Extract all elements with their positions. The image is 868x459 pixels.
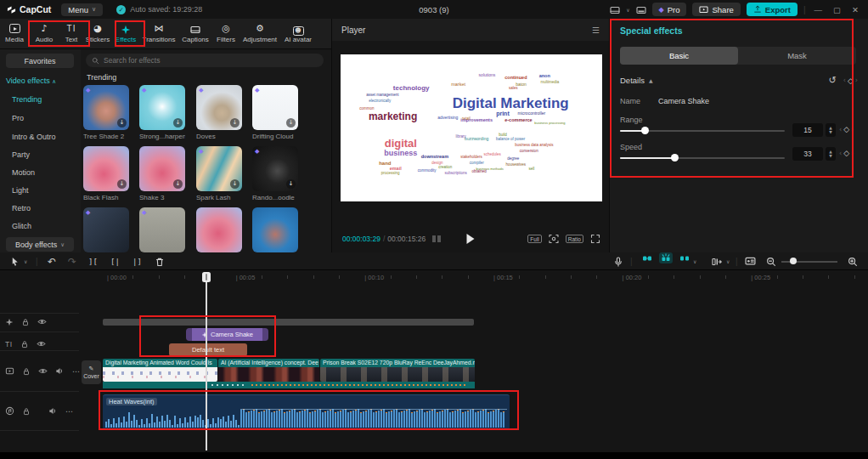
- keyframe-icon[interactable]: ◇: [848, 76, 854, 85]
- keyframe-control[interactable]: ‹ ◇ ›: [843, 76, 858, 85]
- effect-thumbnail[interactable]: ↓: [139, 146, 185, 191]
- download-icon[interactable]: ↓: [230, 118, 240, 128]
- download-icon[interactable]: ↓: [230, 179, 240, 189]
- more-icon[interactable]: ⋯: [65, 407, 73, 416]
- speed-stepper[interactable]: ▲▼: [826, 147, 836, 161]
- track-order-button[interactable]: [712, 252, 722, 270]
- toolbar-captions[interactable]: Captions: [178, 20, 212, 48]
- effect-card[interactable]: ◆: [139, 207, 185, 252]
- timeline-zoom-thumb[interactable]: [790, 258, 797, 264]
- select-tool-chevron-icon[interactable]: ∨: [24, 252, 27, 270]
- playhead-handle[interactable]: [202, 272, 211, 282]
- download-icon[interactable]: ↓: [173, 179, 183, 189]
- eye-icon[interactable]: [37, 339, 46, 348]
- toolbar-ai-avatar[interactable]: ☻ AI avatar: [280, 20, 316, 48]
- effect-clip-camera-shake[interactable]: Camera Shake: [186, 328, 268, 341]
- more-icon[interactable]: ⋯: [72, 367, 80, 376]
- zoom-out-button[interactable]: [766, 252, 776, 270]
- record-voiceover-button[interactable]: [613, 252, 623, 270]
- close-button[interactable]: ✕: [849, 5, 861, 14]
- effect-card-black-flash[interactable]: ↓ Black Flash: [83, 146, 129, 201]
- lock-icon[interactable]: [20, 340, 29, 348]
- tab-basic[interactable]: Basic: [620, 47, 738, 65]
- fullscreen-icon[interactable]: [590, 234, 600, 244]
- reset-icon[interactable]: ↺: [828, 75, 836, 86]
- next-keyframe-icon[interactable]: ›: [855, 76, 858, 84]
- range-keyframe-control[interactable]: ‹ ◇ ›: [839, 125, 854, 133]
- timeline[interactable]: | 00:00| 00:05| 00:10| 00:15| 00:20| 00:…: [0, 270, 868, 452]
- sidebar-item-trending[interactable]: Trending: [12, 95, 42, 104]
- cover-button[interactable]: ✎ Cover: [82, 360, 101, 384]
- delete-right-button[interactable]: |]: [132, 252, 142, 270]
- ratio-button[interactable]: Ratio: [566, 235, 583, 243]
- maximize-button[interactable]: ▢: [831, 5, 843, 14]
- layout-chevron-icon[interactable]: ∨: [626, 7, 629, 13]
- link-clips-toggle[interactable]: [640, 252, 654, 264]
- keyframe-icon[interactable]: ◇: [843, 125, 849, 133]
- keyframe-icon[interactable]: ◇: [843, 149, 849, 157]
- effect-card-tree-shade-2[interactable]: ◆ ↓ Tree Shade 2: [83, 85, 129, 140]
- tab-mask[interactable]: Mask: [738, 47, 856, 65]
- sidebar-item-retro[interactable]: Retro: [12, 204, 31, 212]
- effects-search-input[interactable]: Search for effects: [86, 54, 324, 67]
- effect-thumbnail[interactable]: ◆ ↓: [139, 85, 185, 130]
- playhead-line[interactable]: [206, 274, 207, 450]
- effect-thumbnail[interactable]: ◆: [139, 207, 185, 252]
- download-icon[interactable]: ↓: [173, 118, 183, 128]
- toolbar-adjustment[interactable]: ⚙ Adjustment: [240, 20, 280, 48]
- lock-icon[interactable]: [21, 318, 30, 326]
- effect-card-strong-sharpen[interactable]: ◆ ↓ Strong...harpen: [139, 85, 185, 140]
- eye-icon[interactable]: [37, 317, 47, 326]
- effect-thumbnail[interactable]: ◆: [83, 207, 129, 252]
- minimize-button[interactable]: —: [812, 5, 826, 14]
- effect-thumbnail[interactable]: ◆ ↓: [252, 85, 298, 130]
- range-value-input[interactable]: 15: [792, 123, 823, 137]
- speed-keyframe-control[interactable]: ‹ ◇ ›: [839, 149, 854, 157]
- delete-left-button[interactable]: [|: [110, 252, 120, 270]
- lock-icon[interactable]: [22, 367, 31, 376]
- effect-thumbnail[interactable]: ◆ ↓: [83, 85, 129, 130]
- effect-card-random-doodle[interactable]: ◆ ↓ Rando...oodle: [252, 146, 298, 201]
- collapsed-track-strip[interactable]: [103, 319, 474, 326]
- effect-thumbnail[interactable]: ◆ ↓: [196, 85, 242, 130]
- eye-icon[interactable]: [38, 366, 48, 376]
- toolbar-audio[interactable]: ♪ Audio: [29, 20, 59, 48]
- undo-button[interactable]: ↶: [48, 252, 56, 270]
- sidebar-item-motion[interactable]: Motion: [12, 168, 35, 177]
- video-clip-1[interactable]: Digital Marketing Animated Word Could Is: [103, 359, 217, 382]
- effect-thumbnail[interactable]: [252, 207, 298, 252]
- layout-bottom-icon[interactable]: [636, 2, 646, 17]
- mute-icon[interactable]: [55, 366, 65, 376]
- export-button[interactable]: Export: [747, 3, 798, 16]
- mute-icon[interactable]: [48, 406, 58, 416]
- effect-card-spark-lash[interactable]: ◆ ↓ Spark Lash: [196, 146, 242, 201]
- player-menu-icon[interactable]: ☰: [592, 26, 600, 35]
- collapse-caret-icon[interactable]: ▲: [649, 77, 653, 83]
- preview-render-button[interactable]: [745, 252, 756, 270]
- frame-view-icon[interactable]: [432, 235, 441, 242]
- range-stepper[interactable]: ▲▼: [826, 123, 836, 137]
- effect-card-shake-3[interactable]: ↓ Shake 3: [139, 146, 185, 201]
- delete-button[interactable]: [155, 252, 165, 270]
- sidebar-item-glitch[interactable]: Glitch: [12, 222, 31, 230]
- details-label[interactable]: Details: [620, 76, 645, 85]
- menu-button[interactable]: Menu ∨: [61, 3, 103, 16]
- audio-clip-heat-waves[interactable]: Heat Waves(int): [103, 394, 510, 430]
- full-button[interactable]: Full: [527, 235, 541, 243]
- speed-slider-thumb[interactable]: [671, 154, 679, 162]
- download-icon[interactable]: ↓: [117, 179, 127, 189]
- effect-thumbnail[interactable]: ↓: [83, 146, 129, 191]
- toolbar-filters[interactable]: ◎ Filters: [212, 20, 240, 48]
- toolbar-media[interactable]: Media: [0, 20, 29, 48]
- range-slider[interactable]: [620, 127, 785, 134]
- effect-card[interactable]: [196, 207, 242, 252]
- auto-snap-toggle[interactable]: [659, 252, 673, 264]
- effect-card[interactable]: [252, 207, 298, 252]
- sidebar-body-effects[interactable]: Body effects ∨: [6, 237, 74, 252]
- prev-keyframe-icon[interactable]: ‹: [843, 76, 846, 84]
- range-slider-thumb[interactable]: [641, 127, 649, 134]
- effect-card-doves[interactable]: ◆ ↓ Doves: [196, 85, 242, 140]
- subtitle-strip[interactable]: [103, 382, 475, 388]
- toolbar-transitions[interactable]: ⋈ Transitions: [139, 20, 178, 48]
- speed-slider[interactable]: [620, 154, 785, 162]
